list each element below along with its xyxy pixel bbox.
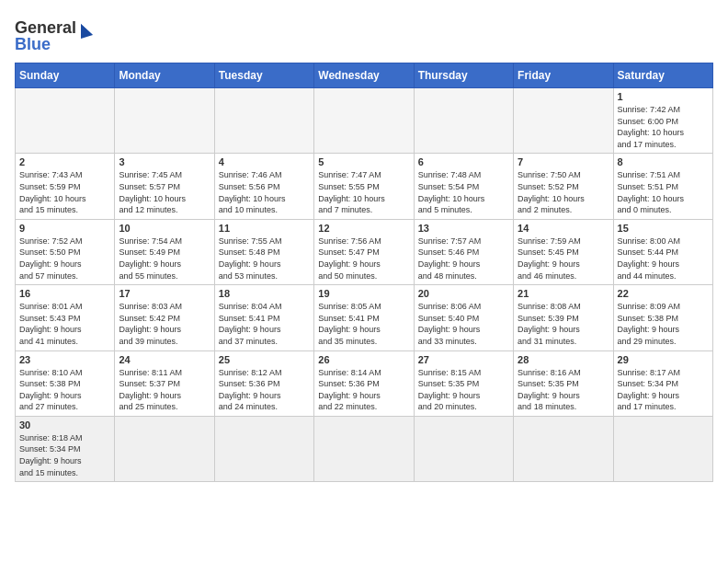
svg-text:General: General — [15, 18, 76, 37]
calendar-cell — [314, 416, 414, 481]
day-info: Sunrise: 7:48 AM Sunset: 5:54 PM Dayligh… — [418, 169, 509, 215]
calendar-table: SundayMondayTuesdayWednesdayThursdayFrid… — [15, 63, 713, 482]
calendar-cell: 15Sunrise: 8:00 AM Sunset: 5:44 PM Dayli… — [613, 219, 712, 284]
day-number: 11 — [219, 223, 310, 234]
calendar-cell — [314, 88, 414, 154]
calendar-cell: 19Sunrise: 8:05 AM Sunset: 5:41 PM Dayli… — [314, 285, 414, 350]
day-number: 15 — [618, 223, 709, 234]
calendar-cell — [214, 88, 313, 154]
weekday-header-monday: Monday — [115, 63, 214, 88]
calendar-cell: 30Sunrise: 8:18 AM Sunset: 5:34 PM Dayli… — [16, 416, 115, 481]
calendar-cell — [115, 416, 214, 481]
day-number: 22 — [618, 288, 709, 299]
day-number: 21 — [518, 288, 609, 299]
day-info: Sunrise: 8:04 AM Sunset: 5:41 PM Dayligh… — [219, 301, 310, 347]
svg-text:Blue: Blue — [15, 35, 51, 53]
day-info: Sunrise: 8:08 AM Sunset: 5:39 PM Dayligh… — [518, 301, 609, 347]
calendar-cell: 11Sunrise: 7:55 AM Sunset: 5:48 PM Dayli… — [214, 219, 313, 284]
day-number: 7 — [518, 156, 609, 167]
day-info: Sunrise: 7:45 AM Sunset: 5:57 PM Dayligh… — [119, 169, 210, 215]
day-number: 8 — [618, 156, 709, 167]
day-number: 14 — [518, 223, 609, 234]
calendar-cell: 20Sunrise: 8:06 AM Sunset: 5:40 PM Dayli… — [414, 285, 513, 350]
day-info: Sunrise: 8:14 AM Sunset: 5:36 PM Dayligh… — [318, 367, 409, 413]
calendar-cell — [214, 416, 313, 481]
calendar-cell: 24Sunrise: 8:11 AM Sunset: 5:37 PM Dayli… — [115, 350, 214, 416]
calendar-cell: 14Sunrise: 7:59 AM Sunset: 5:45 PM Dayli… — [514, 219, 613, 284]
calendar-row: 9Sunrise: 7:52 AM Sunset: 5:50 PM Daylig… — [16, 219, 713, 284]
day-number: 10 — [119, 223, 210, 234]
day-number: 2 — [19, 156, 110, 167]
calendar-cell: 12Sunrise: 7:56 AM Sunset: 5:47 PM Dayli… — [314, 219, 414, 284]
calendar-row: 1Sunrise: 7:42 AM Sunset: 6:00 PM Daylig… — [16, 88, 713, 154]
day-number: 27 — [418, 354, 509, 365]
calendar-row: 2Sunrise: 7:43 AM Sunset: 5:59 PM Daylig… — [16, 154, 713, 219]
day-info: Sunrise: 8:09 AM Sunset: 5:38 PM Dayligh… — [618, 301, 709, 347]
day-number: 5 — [318, 156, 409, 167]
weekday-header-friday: Friday — [514, 63, 613, 88]
day-info: Sunrise: 7:50 AM Sunset: 5:52 PM Dayligh… — [518, 169, 609, 215]
day-number: 1 — [618, 91, 709, 102]
calendar-cell: 27Sunrise: 8:15 AM Sunset: 5:35 PM Dayli… — [414, 350, 513, 416]
day-info: Sunrise: 8:15 AM Sunset: 5:35 PM Dayligh… — [418, 367, 509, 413]
day-info: Sunrise: 7:42 AM Sunset: 6:00 PM Dayligh… — [618, 104, 709, 150]
day-info: Sunrise: 8:18 AM Sunset: 5:34 PM Dayligh… — [19, 432, 110, 478]
calendar-cell — [115, 88, 214, 154]
day-number: 4 — [219, 156, 310, 167]
calendar-row: 16Sunrise: 8:01 AM Sunset: 5:43 PM Dayli… — [16, 285, 713, 350]
calendar-cell: 18Sunrise: 8:04 AM Sunset: 5:41 PM Dayli… — [214, 285, 313, 350]
day-info: Sunrise: 8:11 AM Sunset: 5:37 PM Dayligh… — [119, 367, 210, 413]
day-info: Sunrise: 8:12 AM Sunset: 5:36 PM Dayligh… — [219, 367, 310, 413]
calendar-cell: 29Sunrise: 8:17 AM Sunset: 5:34 PM Dayli… — [613, 350, 712, 416]
calendar-cell: 3Sunrise: 7:45 AM Sunset: 5:57 PM Daylig… — [115, 154, 214, 219]
day-number: 26 — [318, 354, 409, 365]
calendar-cell: 1Sunrise: 7:42 AM Sunset: 6:00 PM Daylig… — [613, 88, 712, 154]
calendar-cell: 13Sunrise: 7:57 AM Sunset: 5:46 PM Dayli… — [414, 219, 513, 284]
day-number: 20 — [418, 288, 509, 299]
calendar-row: 23Sunrise: 8:10 AM Sunset: 5:38 PM Dayli… — [16, 350, 713, 416]
day-info: Sunrise: 8:00 AM Sunset: 5:44 PM Dayligh… — [618, 236, 709, 282]
weekday-header-tuesday: Tuesday — [214, 63, 313, 88]
weekday-header-sunday: Sunday — [16, 63, 115, 88]
svg-marker-3 — [81, 24, 93, 39]
calendar-cell: 21Sunrise: 8:08 AM Sunset: 5:39 PM Dayli… — [514, 285, 613, 350]
calendar-cell: 8Sunrise: 7:51 AM Sunset: 5:51 PM Daylig… — [613, 154, 712, 219]
day-number: 17 — [119, 288, 210, 299]
day-info: Sunrise: 7:43 AM Sunset: 5:59 PM Dayligh… — [19, 169, 110, 215]
calendar-cell — [613, 416, 712, 481]
weekday-header-saturday: Saturday — [613, 63, 712, 88]
calendar-cell — [414, 416, 513, 481]
day-info: Sunrise: 8:03 AM Sunset: 5:42 PM Dayligh… — [119, 301, 210, 347]
calendar-cell: 26Sunrise: 8:14 AM Sunset: 5:36 PM Dayli… — [314, 350, 414, 416]
day-info: Sunrise: 8:01 AM Sunset: 5:43 PM Dayligh… — [19, 301, 110, 347]
weekday-header-thursday: Thursday — [414, 63, 513, 88]
weekday-header-wednesday: Wednesday — [314, 63, 414, 88]
calendar-row: 30Sunrise: 8:18 AM Sunset: 5:34 PM Dayli… — [16, 416, 713, 481]
logo: GeneralBlue — [15, 15, 107, 55]
calendar-cell: 25Sunrise: 8:12 AM Sunset: 5:36 PM Dayli… — [214, 350, 313, 416]
day-info: Sunrise: 7:56 AM Sunset: 5:47 PM Dayligh… — [318, 236, 409, 282]
page-header: GeneralBlue — [15, 15, 713, 55]
day-number: 23 — [19, 354, 110, 365]
day-number: 28 — [518, 354, 609, 365]
day-info: Sunrise: 7:52 AM Sunset: 5:50 PM Dayligh… — [19, 236, 110, 282]
calendar-cell: 7Sunrise: 7:50 AM Sunset: 5:52 PM Daylig… — [514, 154, 613, 219]
calendar-cell: 17Sunrise: 8:03 AM Sunset: 5:42 PM Dayli… — [115, 285, 214, 350]
logo-svg: GeneralBlue — [15, 15, 107, 55]
day-info: Sunrise: 8:16 AM Sunset: 5:35 PM Dayligh… — [518, 367, 609, 413]
day-number: 9 — [19, 223, 110, 234]
calendar-cell: 2Sunrise: 7:43 AM Sunset: 5:59 PM Daylig… — [16, 154, 115, 219]
calendar-cell: 10Sunrise: 7:54 AM Sunset: 5:49 PM Dayli… — [115, 219, 214, 284]
day-number: 13 — [418, 223, 509, 234]
calendar-cell — [514, 88, 613, 154]
day-number: 6 — [418, 156, 509, 167]
day-number: 25 — [219, 354, 310, 365]
calendar-cell — [16, 88, 115, 154]
day-number: 24 — [119, 354, 210, 365]
day-info: Sunrise: 7:46 AM Sunset: 5:56 PM Dayligh… — [219, 169, 310, 215]
day-number: 16 — [19, 288, 110, 299]
calendar-cell: 23Sunrise: 8:10 AM Sunset: 5:38 PM Dayli… — [16, 350, 115, 416]
calendar-cell: 5Sunrise: 7:47 AM Sunset: 5:55 PM Daylig… — [314, 154, 414, 219]
day-info: Sunrise: 7:47 AM Sunset: 5:55 PM Dayligh… — [318, 169, 409, 215]
calendar-cell: 4Sunrise: 7:46 AM Sunset: 5:56 PM Daylig… — [214, 154, 313, 219]
